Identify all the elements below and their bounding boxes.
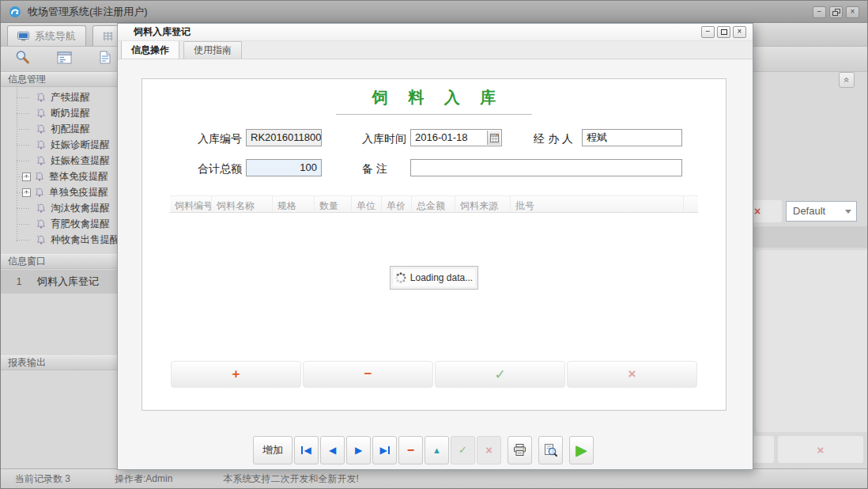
- handler-field[interactable]: 程斌: [582, 129, 682, 146]
- dialog-body: 饲 料 入 库 入库编号 RK20160118001 入库时间 2016-01-…: [118, 59, 753, 469]
- tab-user-guide[interactable]: 使用指南: [183, 41, 242, 59]
- handler-label: 经 办 人: [534, 130, 573, 147]
- tree-item-individual-immunization[interactable]: + 单独免疫提醒: [1, 184, 127, 200]
- column-batch-no: 批号: [511, 196, 684, 212]
- tree-item-breeding-sale[interactable]: 种牧禽出售提醒: [1, 232, 127, 248]
- tree-item-overall-immunization[interactable]: + 整体免疫提醒: [1, 169, 127, 184]
- play-icon: ▶: [576, 442, 587, 459]
- column-unit: 单位: [352, 196, 382, 212]
- expand-plus-icon[interactable]: +: [22, 188, 31, 197]
- total-label: 合计总额: [198, 160, 242, 177]
- remark-field[interactable]: [410, 159, 682, 176]
- tab-info-operation[interactable]: 信息操作: [121, 40, 179, 59]
- run-button[interactable]: ▶: [569, 436, 594, 464]
- reminder-bell-icon: [36, 218, 47, 229]
- form-view-button[interactable]: [50, 48, 78, 70]
- grid-cancel-button[interactable]: ×: [567, 361, 697, 388]
- column-feed-name: 饲料名称: [212, 196, 273, 212]
- restore-icon: [832, 9, 840, 16]
- dialog-tab-bar: 信息操作 使用指南: [118, 41, 753, 59]
- grid-add-button[interactable]: +: [171, 361, 301, 388]
- preview-button[interactable]: [538, 436, 563, 464]
- status-message: 本系统支持二次开发和全新开发!: [223, 472, 358, 486]
- background-cancel-button[interactable]: ×: [778, 436, 863, 463]
- last-icon: [388, 446, 390, 454]
- printer-icon: [513, 444, 526, 456]
- monitor-icon: [17, 32, 29, 41]
- tab-system-navigation[interactable]: 系统导航: [7, 25, 86, 46]
- reminder-bell-icon: [36, 92, 47, 103]
- chevron-up-icon: «: [843, 78, 851, 83]
- delete-record-button[interactable]: −: [398, 436, 423, 464]
- main-titlebar[interactable]: 牧场管理系统(非注册用户) − ×: [1, 1, 867, 23]
- tree-item-first-mating[interactable]: 初配提醒: [1, 121, 127, 137]
- reminder-bell-icon: [36, 108, 47, 119]
- main-window-title: 牧场管理系统(非注册用户): [28, 5, 148, 19]
- total-field[interactable]: 100: [246, 159, 322, 176]
- expand-plus-icon[interactable]: +: [22, 172, 31, 181]
- tree-item-pregnancy-diagnosis[interactable]: 妊娠诊断提醒: [1, 137, 127, 153]
- add-record-button[interactable]: 增加: [253, 436, 292, 464]
- next-record-button[interactable]: ▶: [346, 436, 371, 464]
- tree-item-weaning[interactable]: 断奶提醒: [1, 105, 127, 121]
- status-bar: 当前记录数 3 操作者:Admin 本系统支持二次开发和全新开发!: [1, 468, 867, 488]
- tree-item-calving[interactable]: 产犊提醒: [1, 89, 127, 105]
- cancel-record-button[interactable]: ×: [477, 436, 501, 464]
- dialog-maximize-button[interactable]: [717, 26, 730, 38]
- reminder-bell-icon: [36, 203, 47, 214]
- calendar-button[interactable]: [487, 131, 500, 145]
- entry-date-field[interactable]: 2016-01-18: [410, 129, 502, 146]
- form-heading: 饲 料 入 库: [336, 87, 533, 115]
- default-combobox[interactable]: Default: [786, 201, 857, 222]
- tree-item-cull[interactable]: 淘汰牧禽提醒: [1, 200, 127, 216]
- column-unit-price: 单价: [382, 196, 412, 212]
- reminder-bell-icon: [36, 123, 47, 135]
- entry-no-field[interactable]: RK20160118001: [246, 129, 322, 146]
- open-window-list-item[interactable]: 1 饲料入库登记: [1, 270, 127, 294]
- calendar-icon: [490, 133, 499, 142]
- reminder-bell-icon: [36, 234, 47, 245]
- delete-icon: −: [407, 443, 414, 457]
- edit-icon: ▲: [432, 445, 441, 455]
- main-minimize-button[interactable]: −: [813, 6, 826, 18]
- column-feed-source: 饲料来源: [455, 196, 511, 212]
- main-close-button[interactable]: ×: [846, 6, 859, 18]
- application-window: 牧场管理系统(非注册用户) − × 系统导航 信息: [0, 0, 868, 489]
- edit-record-button[interactable]: ▲: [425, 436, 449, 464]
- dialog-titlebar[interactable]: 饲料入库登记 − ×: [118, 24, 753, 41]
- prev-icon: ◀: [329, 445, 336, 456]
- main-restore-button[interactable]: [829, 6, 843, 18]
- document-button[interactable]: [91, 48, 119, 70]
- document-icon: [100, 51, 111, 67]
- entry-no-label: 入库编号: [198, 130, 242, 147]
- app-logo-icon: [9, 6, 21, 18]
- reminder-bell-icon: [36, 139, 47, 150]
- reminder-bell-icon: [34, 187, 45, 198]
- reminder-bell-icon: [34, 171, 45, 182]
- column-spec: 规格: [273, 196, 315, 212]
- reminder-tree: 产犊提醒 断奶提醒 初配提醒 妊娠诊断提醒 妊娠检查提醒 + 整体免疫提醒: [1, 89, 127, 248]
- background-bar: [753, 226, 867, 248]
- last-record-button[interactable]: ▶: [372, 436, 397, 464]
- form-icon: [57, 51, 72, 67]
- background-panel: [756, 250, 867, 432]
- dialog-close-button[interactable]: ×: [733, 26, 746, 38]
- window-item-label: 饲料入库登记: [37, 275, 99, 289]
- section-report-output: 报表输出: [1, 355, 127, 370]
- first-record-button[interactable]: ◀: [294, 436, 319, 464]
- tree-item-fattening[interactable]: 育肥牧禽提醒: [1, 216, 127, 232]
- record-toolbar: 增加 ◀ ◀ ▶ ▶ − ▲ ✓ × ▶: [253, 435, 594, 464]
- dialog-minimize-button[interactable]: −: [701, 26, 715, 38]
- collapse-panel-button[interactable]: «: [839, 72, 855, 88]
- check-icon: ✓: [459, 444, 467, 456]
- print-button[interactable]: [508, 436, 532, 464]
- section-info-window: 信息窗口: [1, 254, 127, 269]
- prev-record-button[interactable]: ◀: [320, 436, 345, 464]
- tree-item-pregnancy-check[interactable]: 妊娠检查提醒: [1, 153, 127, 169]
- grid-confirm-button[interactable]: ✓: [435, 361, 565, 388]
- grid-remove-button[interactable]: −: [303, 361, 433, 388]
- next-icon: ▶: [355, 445, 362, 456]
- post-record-button[interactable]: ✓: [451, 436, 475, 464]
- dialog-title: 饲料入库登记: [134, 25, 191, 39]
- search-button[interactable]: [9, 48, 37, 70]
